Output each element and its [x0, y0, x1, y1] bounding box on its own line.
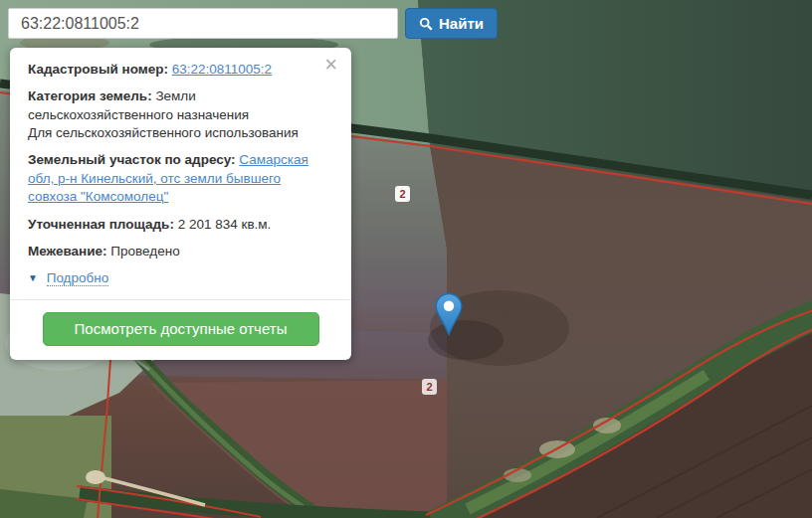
popup-divider — [10, 299, 351, 300]
land-category-row: Категория земель: Земли сельскохозяйстве… — [28, 87, 333, 142]
search-button-label: Найти — [439, 15, 484, 32]
surveying-row: Межевание: Проведено — [28, 243, 333, 260]
cadastral-number-label: Кадастровый номер: — [28, 62, 168, 77]
pin-icon — [435, 292, 463, 336]
dirt-patch — [86, 470, 105, 484]
area-value: 2 201 834 кв.м. — [178, 217, 272, 232]
cadastral-number-link[interactable]: 63:22:0811005:2 — [172, 62, 272, 77]
location-pin[interactable] — [435, 292, 463, 336]
land-category-label: Категория земель: — [28, 88, 152, 103]
parcel-label-2-top[interactable]: 2 — [395, 186, 410, 202]
surveying-value: Проведено — [110, 244, 179, 259]
chevron-down-icon: ▼ — [28, 272, 38, 283]
search-button[interactable]: Найти — [405, 8, 498, 39]
cadastral-map-app: 2 2 7 Найти × Кадастро — [0, 0, 812, 518]
close-icon[interactable]: × — [320, 52, 341, 78]
area-row: Уточненная площадь: 2 201 834 кв.м. — [28, 216, 333, 234]
view-reports-button[interactable]: Посмотреть доступные отчеты — [43, 312, 319, 346]
details-link[interactable]: Подробно — [47, 270, 109, 286]
search-icon — [419, 17, 433, 31]
search-input[interactable] — [8, 8, 398, 39]
address-label: Земельный участок по адресу: — [28, 152, 236, 167]
search-bar: Найти — [8, 8, 498, 39]
parcel-label-2-bottom[interactable]: 2 — [422, 379, 437, 395]
surveying-label: Межевание: — [28, 244, 107, 259]
address-row: Земельный участок по адресу: Самарская о… — [28, 151, 333, 206]
area-label: Уточненная площадь: — [28, 217, 174, 232]
parcel-info-popup: × Кадастровый номер: 63:22:0811005:2 Кат… — [10, 48, 351, 360]
details-row: ▼ Подробно — [28, 269, 333, 287]
cadastral-number-row: Кадастровый номер: 63:22:0811005:2 — [28, 61, 333, 79]
land-usage-value: Для сельскохозяйственного использования — [28, 125, 299, 140]
